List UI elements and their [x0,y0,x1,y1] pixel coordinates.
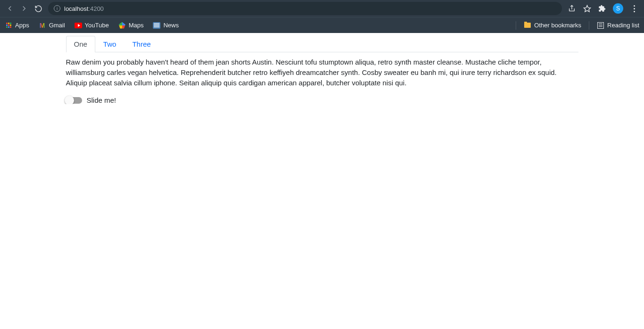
browser-chrome: i localhost:4200 S Apps [0,0,644,33]
tab-label: Three [132,40,151,48]
site-info-icon[interactable]: i [54,5,60,12]
gmail-icon: M [39,22,46,29]
tabs-nav: One Two Three [66,36,578,52]
bookmark-label: Other bookmarks [534,22,581,29]
tab-label: Two [103,40,117,48]
bookmark-maps[interactable]: Maps [118,22,144,29]
apps-icon [5,22,12,29]
address-bar[interactable]: i localhost:4200 [48,2,562,15]
youtube-icon [75,22,82,29]
bookmark-news[interactable]: News [153,22,179,29]
slide-toggle[interactable] [66,97,82,104]
bookmarks-bar: Apps M Gmail YouTube Maps News [0,17,644,33]
reading-list[interactable]: Reading list [597,22,639,29]
bookmark-label: Reading list [607,22,639,29]
reload-button[interactable] [34,4,42,13]
toggle-row: Slide me! [66,96,578,104]
content-paragraph: Raw denim you probably haven't heard of … [66,57,578,88]
tab-three[interactable]: Three [124,36,159,52]
bookmark-label: News [163,22,179,29]
reading-list-icon [597,22,604,29]
divider [516,21,516,30]
share-icon[interactable] [568,4,576,13]
nav-buttons [4,4,42,13]
forward-button[interactable] [20,4,28,13]
url-port: :4200 [88,5,104,12]
tab-two[interactable]: Two [95,36,125,52]
bookmark-gmail[interactable]: M Gmail [39,22,65,29]
tab-one[interactable]: One [66,36,95,52]
bookmark-apps[interactable]: Apps [5,22,29,29]
tab-content: Raw denim you probably haven't heard of … [66,52,578,92]
news-icon [153,22,160,29]
avatar-letter: S [616,5,620,12]
bookmark-label: Apps [15,22,29,29]
page-content: One Two Three Raw denim you probably hav… [0,33,644,104]
toggle-thumb [65,96,74,105]
folder-icon [524,22,531,29]
maps-icon [118,22,126,29]
bookmarks-right: Other bookmarks Reading list [516,21,639,30]
bookmarks-left: Apps M Gmail YouTube Maps News [5,22,179,29]
menu-button[interactable] [630,4,638,13]
profile-avatar[interactable]: S [613,3,623,14]
divider [589,21,589,30]
bookmark-star-icon[interactable] [583,4,591,13]
toolbar-right: S [568,3,640,14]
bookmark-youtube[interactable]: YouTube [75,22,109,29]
browser-toolbar: i localhost:4200 S [0,0,644,17]
url-host: localhost [64,5,88,12]
bookmark-label: YouTube [85,22,109,29]
container: One Two Three Raw denim you probably hav… [60,36,584,104]
back-button[interactable] [6,4,14,13]
toggle-label: Slide me! [87,96,117,104]
bookmark-label: Maps [129,22,144,29]
tab-label: One [74,40,87,48]
other-bookmarks[interactable]: Other bookmarks [524,22,581,29]
bookmark-label: Gmail [49,22,65,29]
extensions-icon[interactable] [598,4,606,13]
svg-marker-1 [584,5,590,11]
